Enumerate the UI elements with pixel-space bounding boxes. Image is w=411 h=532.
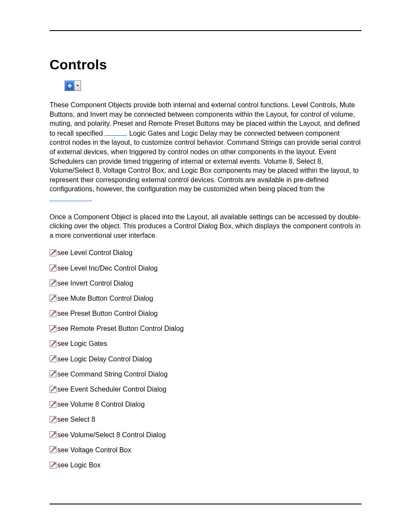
para1-text-b: . Logic Gates and Logic Delay may be con… bbox=[50, 130, 361, 193]
see-also-label: see Volume/Select 8 Control Dialog bbox=[57, 431, 166, 439]
see-also-label: see Invert Control Dialog bbox=[57, 279, 133, 287]
controls-toolbar bbox=[65, 81, 81, 91]
see-also-item[interactable]: see Event Scheduler Control Dialog bbox=[50, 385, 361, 393]
missing-link-presets[interactable] bbox=[105, 128, 125, 136]
broken-image-icon bbox=[50, 446, 56, 453]
para1-text-c: . bbox=[90, 195, 92, 202]
see-also-label: see Volume 8 Control Dialog bbox=[57, 400, 145, 408]
page-heading: Controls bbox=[50, 57, 361, 73]
see-also-label: see Mute Button Control Dialog bbox=[57, 294, 153, 302]
see-also-label: see Level Inc/Dec Control Dialog bbox=[57, 264, 158, 272]
see-also-item[interactable]: see Logic Gates bbox=[50, 339, 361, 348]
svg-rect-4 bbox=[68, 85, 68, 86]
see-also-item[interactable]: see Level Control Dialog bbox=[50, 249, 361, 257]
see-also-item[interactable]: see Invert Control Dialog bbox=[50, 279, 361, 287]
see-also-label: see Select 8 bbox=[57, 415, 95, 423]
broken-image-icon bbox=[50, 431, 56, 438]
see-also-item[interactable]: see Level Inc/Dec Control Dialog bbox=[50, 264, 361, 272]
intro-paragraph-2: Once a Component Object is placed into t… bbox=[50, 212, 361, 240]
bottom-rule bbox=[50, 504, 361, 504]
chevron-down-icon bbox=[75, 81, 81, 90]
see-also-label: see Preset Button Control Dialog bbox=[57, 309, 158, 317]
broken-image-icon bbox=[50, 249, 56, 256]
broken-image-icon bbox=[50, 310, 56, 317]
broken-image-icon bbox=[50, 370, 56, 377]
svg-point-6 bbox=[69, 85, 70, 87]
see-also-item[interactable]: see Preset Button Control Dialog bbox=[50, 309, 361, 317]
see-also-item[interactable]: see Logic Delay Control Dialog bbox=[50, 355, 361, 363]
top-rule bbox=[50, 30, 361, 31]
document-page: Controls These Componen bbox=[0, 0, 411, 532]
svg-marker-7 bbox=[76, 85, 79, 87]
broken-image-icon bbox=[50, 325, 56, 332]
see-also-item[interactable]: see Select 8 bbox=[50, 415, 361, 423]
missing-link-object-toolbar[interactable] bbox=[50, 194, 90, 201]
see-also-label: see Command String Control Dialog bbox=[57, 370, 168, 378]
intro-paragraph-1: These Component Objects provide both int… bbox=[50, 100, 361, 204]
broken-image-icon bbox=[50, 462, 56, 469]
see-also-label: see Logic Delay Control Dialog bbox=[57, 355, 152, 363]
see-also-item[interactable]: see Command String Control Dialog bbox=[50, 370, 361, 378]
see-also-label: see Remote Preset Button Control Dialog bbox=[57, 324, 184, 333]
broken-image-icon bbox=[50, 280, 56, 286]
see-also-item[interactable]: see Volume/Select 8 Control Dialog bbox=[50, 431, 361, 439]
see-also-label: see Event Scheduler Control Dialog bbox=[57, 385, 166, 393]
see-also-label: see Logic Gates bbox=[57, 339, 107, 348]
broken-image-icon bbox=[50, 386, 56, 393]
controls-toolbar-icon bbox=[65, 81, 75, 90]
broken-image-icon bbox=[50, 355, 56, 362]
see-also-item[interactable]: see Volume 8 Control Dialog bbox=[50, 400, 361, 408]
see-also-label: see Level Control Dialog bbox=[57, 249, 132, 257]
see-also-list: see Level Control Dialogsee Level Inc/De… bbox=[50, 249, 361, 469]
see-also-label: see Voltage Control Box bbox=[57, 446, 131, 454]
see-also-item[interactable]: see Mute Button Control Dialog bbox=[50, 294, 361, 302]
see-also-item[interactable]: see Remote Preset Button Control Dialog bbox=[50, 324, 361, 333]
broken-image-icon bbox=[50, 340, 56, 347]
svg-rect-5 bbox=[71, 85, 72, 86]
svg-rect-2 bbox=[69, 84, 70, 84]
see-also-item[interactable]: see Voltage Control Box bbox=[50, 446, 361, 454]
toolbar-sample bbox=[65, 81, 361, 91]
broken-image-icon bbox=[50, 264, 56, 271]
see-also-item[interactable]: see Logic Box bbox=[50, 461, 361, 469]
broken-image-icon bbox=[50, 416, 56, 423]
see-also-label: see Logic Box bbox=[57, 461, 101, 469]
broken-image-icon bbox=[50, 401, 56, 408]
broken-image-icon bbox=[50, 295, 56, 302]
svg-rect-3 bbox=[69, 87, 70, 88]
